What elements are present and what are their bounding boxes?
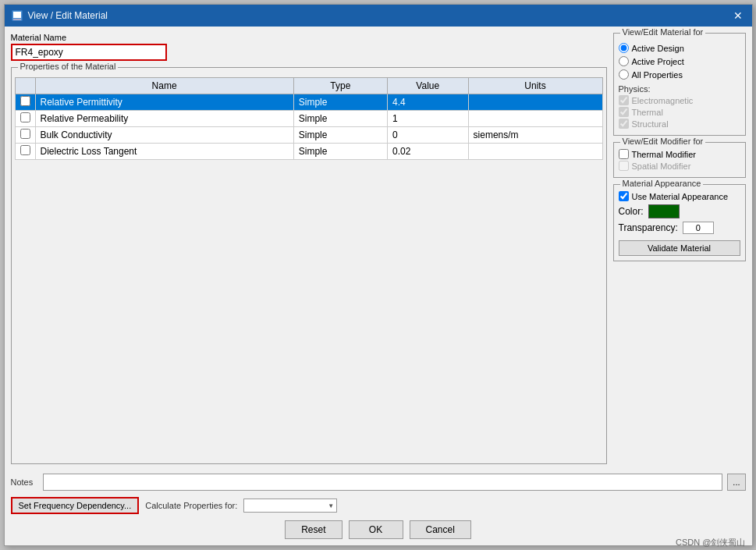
dialog-body: Material Name Properties of the Material… [5,27,752,470]
row-units: siemens/m [468,127,602,144]
thermal-modifier-label: Thermal Modifier [632,150,697,159]
title-bar-left: View / Edit Material [11,9,108,22]
row-type: Simple [293,144,387,160]
modifier-group: View/Edit Modifier for Thermal Modifier … [613,142,746,178]
use-material-appearance[interactable]: Use Material Appearance [619,191,740,201]
row-type: Simple [293,94,387,111]
table-row[interactable]: Bulk Conductivity Simple 0 siemens/m [15,127,602,144]
row-units [468,111,602,127]
transparency-input[interactable] [683,222,714,234]
notes-input[interactable] [43,474,723,491]
modifier-group-title: View/Edit Modifier for [620,137,706,146]
material-name-section: Material Name [11,33,607,61]
radio-active-design[interactable]: Active Design [619,43,740,53]
cancel-button[interactable]: Cancel [410,520,471,539]
physics-electromagnetic: Electromagnetic [619,95,740,105]
reset-button[interactable]: Reset [285,520,342,539]
row-type: Simple [293,111,387,127]
row-value: 4.4 [387,94,468,111]
color-label: Color: [619,206,644,217]
physics-structural: Structural [619,119,740,129]
view-edit-for-title: View/Edit Material for [620,27,706,37]
row-type: Simple [293,127,387,144]
transparency-label: Transparency: [619,222,678,233]
col-type: Type [293,78,387,94]
validate-material-button[interactable]: Validate Material [619,240,740,256]
svg-rect-1 [13,12,21,18]
material-name-input[interactable] [11,44,167,61]
main-dialog: View / Edit Material ✕ Material Name Pro… [4,4,753,546]
radio-group: Active Design Active Project All Propert… [619,40,740,80]
use-material-appearance-label: Use Material Appearance [632,192,729,201]
table-row[interactable]: Dielectric Loss Tangent Simple 0.02 [15,144,602,160]
properties-group-title: Properties of the Material [18,62,119,71]
properties-table: Name Type Value Units Relative Permittiv… [15,77,603,160]
physics-structural-label: Structural [632,119,669,129]
svg-rect-2 [13,19,21,20]
notes-label: Notes [11,477,38,487]
radio-all-properties[interactable]: All Properties [619,69,740,80]
row-value: 1 [387,111,468,127]
row-checkbox[interactable] [15,144,35,160]
view-edit-for-group: View/Edit Material for Active Design Act… [613,33,746,136]
radio-active-design-label: Active Design [632,44,684,53]
row-checkbox[interactable] [15,111,35,127]
dialog-icon [11,9,23,22]
title-bar: View / Edit Material ✕ [5,5,752,27]
row-value: 0.02 [387,144,468,160]
action-row: Reset OK Cancel [11,520,746,539]
close-button[interactable]: ✕ [730,8,746,23]
bottom-section: Notes ... Set Frequency Dependency... Ca… [5,470,752,545]
physics-thermal: Thermal [619,107,740,117]
transparency-row: Transparency: [619,222,740,234]
spatial-modifier-label: Spatial Modifier [632,161,691,171]
col-value: Value [387,78,468,94]
calc-combo[interactable] [243,499,337,513]
physics-electromagnetic-label: Electromagnetic [632,96,694,105]
freq-row: Set Frequency Dependency... Calculate Pr… [11,497,746,514]
radio-active-project[interactable]: Active Project [619,56,740,66]
row-checkbox[interactable] [15,94,35,111]
color-swatch[interactable] [648,204,680,218]
row-checkbox[interactable] [15,127,35,144]
appearance-group-title: Material Appearance [620,179,704,188]
col-name: Name [35,78,293,94]
set-frequency-dependency-button[interactable]: Set Frequency Dependency... [11,497,140,514]
physics-section: Physics: Electromagnetic Thermal Structu… [619,84,740,129]
radio-active-project-label: Active Project [632,57,684,66]
col-units: Units [468,78,602,94]
row-name: Dielectric Loss Tangent [35,144,293,160]
spatial-modifier: Spatial Modifier [619,161,740,171]
notes-ellipsis-button[interactable]: ... [727,474,745,491]
left-panel: Material Name Properties of the Material… [11,33,607,464]
color-row: Color: [619,204,740,218]
row-name: Relative Permeability [35,111,293,127]
right-panel: View/Edit Material for Active Design Act… [613,33,746,464]
row-name: Bulk Conductivity [35,127,293,144]
properties-group: Properties of the Material Name Type Val… [11,67,607,464]
row-units [468,94,602,111]
material-name-label: Material Name [11,33,607,42]
calc-label: Calculate Properties for: [145,501,237,510]
table-row[interactable]: Relative Permeability Simple 1 [15,111,602,127]
physics-label: Physics: [619,84,740,94]
col-checkbox [15,78,35,94]
table-row[interactable]: Relative Permittivity Simple 4.4 [15,94,602,111]
thermal-modifier[interactable]: Thermal Modifier [619,149,740,159]
radio-all-properties-label: All Properties [632,70,683,80]
row-units [468,144,602,160]
row-name: Relative Permittivity [35,94,293,111]
row-value: 0 [387,127,468,144]
watermark: CSDN @剑侠蜀山 [676,537,745,548]
dialog-title: View / Edit Material [28,10,108,21]
calc-wrapper [243,499,337,513]
physics-thermal-label: Thermal [632,108,663,117]
ok-button[interactable]: OK [349,520,403,539]
appearance-group: Material Appearance Use Material Appeara… [613,184,746,261]
notes-row: Notes ... [11,474,746,491]
